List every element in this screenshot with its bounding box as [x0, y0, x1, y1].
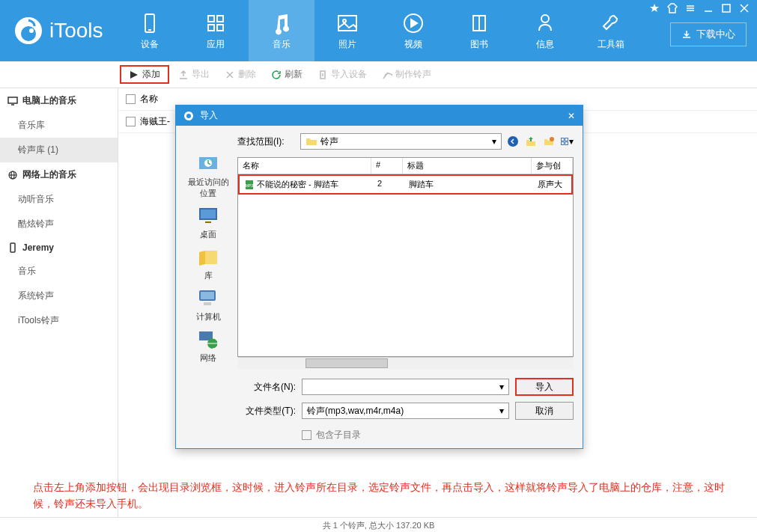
instruction-annotation: 点击左上角添加按钮，会出现目录浏览框，这时候，进入铃声所在目录，选定铃声文件，再… — [33, 479, 737, 513]
view-icon[interactable]: ▾ — [560, 135, 574, 148]
file-list-header: 名称 # 标题 参与创 — [238, 158, 573, 174]
filetype-label: 文件类型(T): — [237, 405, 296, 418]
app-header: iTools 设备 应用 音乐 照片 视频 图书 信息 工具箱 下载中心 — [0, 0, 757, 61]
back-icon[interactable] — [506, 135, 520, 148]
svg-point-10 — [343, 19, 346, 22]
svg-rect-37 — [201, 292, 214, 299]
location-computer[interactable]: 计算机 — [196, 286, 221, 322]
star-icon[interactable] — [649, 3, 660, 13]
refresh-icon — [271, 70, 282, 80]
new-folder-icon[interactable] — [542, 135, 556, 148]
tab-apps[interactable]: 应用 — [183, 0, 249, 61]
dialog-close-icon[interactable]: ✕ — [568, 111, 575, 121]
filename-row: 文件名(N): ▾ 导入 — [237, 378, 574, 396]
look-in-row: 查找范围(I): 铃声 ▾ ▾ — [237, 133, 574, 150]
location-network[interactable]: 网络 — [196, 327, 220, 364]
svg-rect-28 — [10, 243, 15, 252]
col-num-header[interactable]: # — [371, 158, 403, 174]
import-device-button[interactable]: 导入设备 — [311, 65, 373, 84]
dialog-title-text: 导入 — [200, 109, 218, 122]
col-artist-header[interactable]: 参与创 — [532, 158, 573, 174]
svg-rect-6 — [217, 16, 223, 22]
refresh-button[interactable]: 刷新 — [265, 65, 308, 84]
sidebar-item-device-music[interactable]: 音乐 — [0, 259, 118, 284]
close-icon[interactable] — [739, 3, 750, 13]
import-device-icon — [317, 70, 328, 80]
svg-rect-8 — [217, 25, 223, 31]
minimize-icon[interactable] — [703, 3, 714, 13]
dialog-titlebar[interactable]: 导入 ✕ — [176, 106, 583, 126]
make-ringtone-button[interactable]: 制作铃声 — [376, 65, 437, 84]
skin-icon[interactable] — [667, 3, 678, 13]
filetype-select[interactable]: 铃声(mp3,wav,m4r,m4a)▾ — [302, 403, 509, 419]
svg-point-42 — [550, 137, 554, 141]
chevron-down-icon: ▾ — [492, 136, 496, 147]
sidebar-item-nice-music[interactable]: 动听音乐 — [0, 187, 118, 212]
tab-music[interactable]: 音乐 — [249, 0, 314, 61]
chevron-down-icon: ▾ — [499, 406, 504, 416]
sidebar-item-itools-ringtone[interactable]: iTools铃声 — [0, 308, 118, 333]
import-dialog: 导入 ✕ 最近访问的位置 桌面 库 计算机 网络 查找范围(I): 铃声 ▾ — [175, 105, 583, 449]
add-button[interactable]: 添加 — [120, 65, 169, 84]
svg-rect-43 — [562, 138, 565, 141]
delete-icon — [225, 70, 235, 80]
svg-point-2 — [29, 28, 34, 33]
scroll-thumb[interactable] — [305, 358, 388, 368]
include-subdir-label: 包含子目录 — [316, 429, 361, 441]
sidebar-section-local: 电脑上的音乐 — [0, 88, 118, 113]
file-list-row[interactable]: MP3不能说的秘密 - 脚踏车 2 脚踏车 原声大 — [238, 174, 573, 195]
sidebar-item-music-lib[interactable]: 音乐库 — [0, 113, 118, 138]
svg-point-41 — [508, 136, 518, 147]
select-all-checkbox[interactable] — [126, 94, 136, 104]
maximize-icon[interactable] — [721, 3, 732, 13]
folder-icon — [305, 135, 317, 147]
svg-text:MP3: MP3 — [246, 183, 254, 188]
export-button[interactable]: 导出 — [172, 65, 216, 84]
monitor-icon — [7, 96, 18, 106]
svg-point-12 — [541, 15, 549, 22]
tab-books[interactable]: 图书 — [446, 0, 512, 61]
svg-rect-45 — [562, 142, 565, 145]
tab-video[interactable]: 视频 — [380, 0, 446, 61]
tab-device[interactable]: 设备 — [117, 0, 183, 61]
up-icon[interactable] — [524, 135, 538, 148]
look-in-label: 查找范围(I): — [237, 135, 296, 148]
import-button[interactable]: 导入 — [515, 378, 574, 396]
sidebar-item-system-ringtone[interactable]: 系统铃声 — [0, 284, 118, 308]
sidebar-item-ringtone-lib[interactable]: 铃声库 (1) — [0, 138, 118, 162]
dialog-body: 最近访问的位置 桌面 库 计算机 网络 查找范围(I): 铃声 ▾ ▾ — [176, 126, 583, 449]
location-recent[interactable]: 最近访问的位置 — [185, 151, 231, 199]
filename-label: 文件名(N): — [237, 381, 296, 394]
horizontal-scrollbar[interactable] — [238, 357, 573, 369]
add-icon — [129, 70, 139, 80]
svg-rect-35 — [205, 221, 211, 223]
svg-rect-5 — [208, 16, 214, 22]
file-list: 名称 # 标题 参与创 MP3不能说的秘密 - 脚踏车 2 脚踏车 原声大 — [237, 157, 574, 357]
look-in-combo[interactable]: 铃声 ▾ — [300, 133, 502, 150]
download-center-button[interactable]: 下载中心 — [670, 22, 747, 46]
tab-photos[interactable]: 照片 — [314, 0, 380, 61]
globe-icon — [7, 170, 18, 180]
sidebar-section-device: Jeremy — [0, 236, 118, 259]
filename-input[interactable]: ▾ — [302, 379, 509, 395]
location-desktop[interactable]: 桌面 — [196, 204, 220, 240]
include-subdir-checkbox[interactable] — [302, 430, 311, 440]
col-name-header[interactable]: 名称 — [238, 158, 371, 174]
col-title-header[interactable]: 标题 — [403, 158, 532, 174]
app-logo: iTools — [0, 0, 117, 61]
svg-rect-46 — [565, 142, 568, 145]
sidebar-item-cool-ringtone[interactable]: 酷炫铃声 — [0, 212, 118, 236]
app-name: iTools — [49, 19, 103, 43]
menu-icon[interactable] — [685, 3, 696, 13]
location-library[interactable]: 库 — [196, 245, 220, 281]
svg-rect-23 — [8, 97, 17, 103]
row-filename: 海贼王- — [140, 115, 170, 128]
dialog-right-pane: 查找范围(I): 铃声 ▾ ▾ 名称 # 标题 参与创 — [237, 133, 574, 441]
cancel-button[interactable]: 取消 — [515, 402, 574, 420]
delete-button[interactable]: 删除 — [219, 65, 262, 84]
row-checkbox[interactable] — [126, 117, 136, 126]
itools-logo-icon — [13, 16, 43, 46]
svg-rect-17 — [723, 4, 730, 12]
tab-info[interactable]: 信息 — [512, 0, 578, 61]
tab-toolbox[interactable]: 工具箱 — [578, 0, 644, 61]
